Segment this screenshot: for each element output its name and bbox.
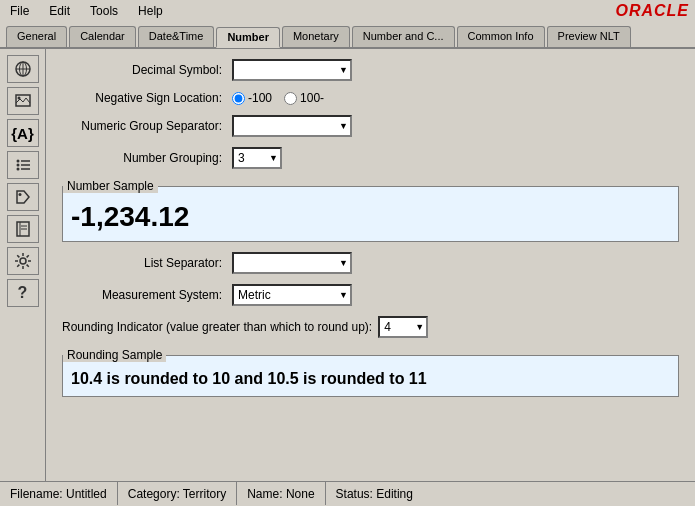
sidebar: {A}	[0, 49, 46, 481]
rounding-indicator-row: Rounding Indicator (value greater than w…	[62, 316, 679, 338]
decimal-symbol-select[interactable]	[232, 59, 352, 81]
oracle-logo: ORACLE	[615, 2, 689, 20]
rounding-sample-legend: Rounding Sample	[63, 348, 166, 362]
sidebar-btn-question[interactable]: ?	[7, 279, 39, 307]
measurement-system-control: Metric US	[232, 284, 679, 306]
radio-label-100minus[interactable]: 100-	[284, 91, 324, 105]
sidebar-btn-tag[interactable]	[7, 183, 39, 211]
svg-marker-12	[17, 191, 29, 203]
rounding-sample-fieldset: Rounding Sample 10.4 is rounded to 10 an…	[62, 348, 679, 397]
svg-point-5	[17, 97, 20, 100]
tag-icon	[14, 188, 32, 206]
tab-general[interactable]: General	[6, 26, 67, 47]
svg-point-7	[16, 164, 19, 167]
sidebar-btn-braces[interactable]: {A}	[7, 119, 39, 147]
rounding-sample-value: 10.4 is rounded to 10 and 10.5 is rounde…	[71, 370, 670, 388]
measurement-system-row: Measurement System: Metric US	[62, 284, 679, 306]
numeric-group-separator-row: Numeric Group Separator:	[62, 115, 679, 137]
svg-point-8	[16, 168, 19, 171]
tab-datetime[interactable]: Date&Time	[138, 26, 215, 47]
sidebar-btn-cog[interactable]	[7, 247, 39, 275]
negative-sign-control: -100 100-	[232, 91, 679, 105]
negative-sign-radio-group: -100 100-	[232, 91, 679, 105]
rounding-indicator-select[interactable]: 4 5	[378, 316, 428, 338]
numeric-group-separator-select-wrapper	[232, 115, 352, 137]
rounding-indicator-label: Rounding Indicator (value greater than w…	[62, 320, 378, 334]
list-separator-select[interactable]	[232, 252, 352, 274]
list-separator-control	[232, 252, 679, 274]
list-separator-row: List Separator:	[62, 252, 679, 274]
svg-point-13	[18, 193, 21, 196]
tab-calendar[interactable]: Calendar	[69, 26, 136, 47]
measurement-system-select[interactable]: Metric US	[232, 284, 352, 306]
tab-monetary[interactable]: Monetary	[282, 26, 350, 47]
tab-common-info[interactable]: Common Info	[457, 26, 545, 47]
sidebar-btn-globe[interactable]	[7, 55, 39, 83]
list-icon	[14, 156, 32, 174]
globe-icon	[14, 60, 32, 78]
sidebar-btn-list[interactable]	[7, 151, 39, 179]
numeric-group-separator-label: Numeric Group Separator:	[62, 119, 232, 133]
decimal-symbol-control	[232, 59, 679, 81]
status-bar: Filename: Untitled Category: Territory N…	[0, 481, 695, 505]
radio-minus100[interactable]	[232, 92, 245, 105]
menu-bar: File Edit Tools Help ORACLE	[0, 0, 695, 22]
measurement-system-label: Measurement System:	[62, 288, 232, 302]
number-grouping-select[interactable]: 3	[232, 147, 282, 169]
sidebar-btn-image[interactable]	[7, 87, 39, 115]
number-grouping-label: Number Grouping:	[62, 151, 232, 165]
negative-sign-label: Negative Sign Location:	[62, 91, 232, 105]
radio-100minus[interactable]	[284, 92, 297, 105]
number-sample-fieldset: Number Sample -1,234.12	[62, 179, 679, 242]
rounding-indicator-select-wrapper: 4 5	[378, 316, 428, 338]
measurement-system-select-wrapper: Metric US	[232, 284, 352, 306]
number-sample-legend: Number Sample	[63, 179, 158, 193]
svg-point-18	[20, 258, 26, 264]
list-separator-select-wrapper	[232, 252, 352, 274]
number-sample-value: -1,234.12	[71, 201, 670, 233]
status-name: Name: None	[237, 482, 325, 505]
sidebar-btn-book[interactable]	[7, 215, 39, 243]
menu-edit[interactable]: Edit	[45, 3, 74, 19]
content-panel: Decimal Symbol: Negative Sign Location: …	[46, 49, 695, 481]
tab-bar: General Calendar Date&Time Number Moneta…	[0, 22, 695, 49]
status-category: Category: Territory	[118, 482, 237, 505]
negative-sign-row: Negative Sign Location: -100 100-	[62, 91, 679, 105]
rounding-indicator-control: 4 5	[378, 316, 428, 338]
decimal-symbol-row: Decimal Symbol:	[62, 59, 679, 81]
number-grouping-row: Number Grouping: 3	[62, 147, 679, 169]
tab-number[interactable]: Number	[216, 27, 280, 48]
status-editing: Status: Editing	[326, 482, 423, 505]
braces-icon: {A}	[11, 125, 34, 142]
book-icon	[14, 220, 32, 238]
radio-100minus-label: 100-	[300, 91, 324, 105]
menu-items: File Edit Tools Help	[6, 3, 167, 19]
tab-number-and-c[interactable]: Number and C...	[352, 26, 455, 47]
rounding-sample-inner: 10.4 is rounded to 10 and 10.5 is rounde…	[63, 362, 678, 396]
status-filename: Filename: Untitled	[0, 482, 118, 505]
numeric-group-separator-select[interactable]	[232, 115, 352, 137]
menu-tools[interactable]: Tools	[86, 3, 122, 19]
number-sample-inner: -1,234.12	[63, 193, 678, 241]
image-icon	[14, 92, 32, 110]
number-grouping-select-wrapper: 3	[232, 147, 282, 169]
cog-icon	[14, 252, 32, 270]
radio-minus100-label: -100	[248, 91, 272, 105]
main-area: {A}	[0, 49, 695, 481]
list-separator-label: List Separator:	[62, 256, 232, 270]
svg-point-6	[16, 160, 19, 163]
menu-help[interactable]: Help	[134, 3, 167, 19]
radio-label-minus100[interactable]: -100	[232, 91, 272, 105]
decimal-symbol-select-wrapper	[232, 59, 352, 81]
question-icon: ?	[18, 284, 28, 302]
numeric-group-separator-control	[232, 115, 679, 137]
tab-preview-nlt[interactable]: Preview NLT	[547, 26, 631, 47]
decimal-symbol-label: Decimal Symbol:	[62, 63, 232, 77]
menu-file[interactable]: File	[6, 3, 33, 19]
number-grouping-control: 3	[232, 147, 679, 169]
